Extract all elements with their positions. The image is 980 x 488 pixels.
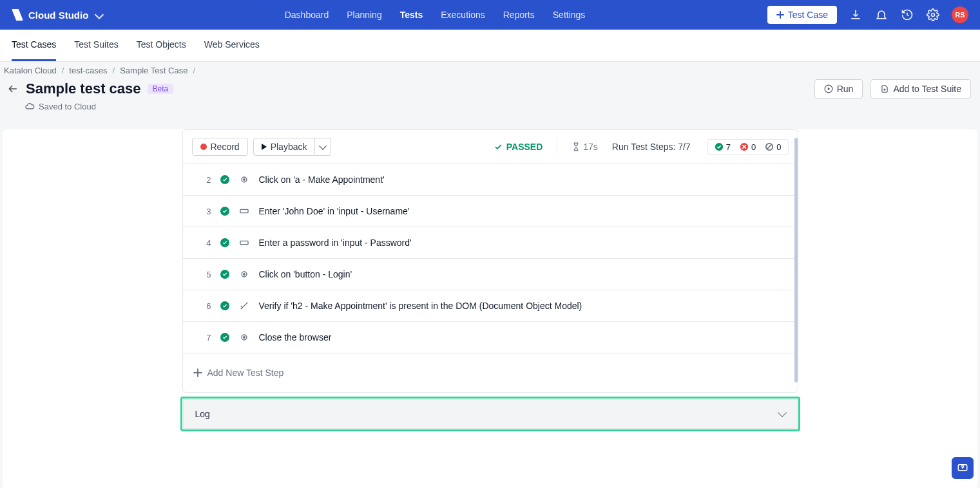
step-description: Click on 'button - Login' [259,269,352,279]
run-steps-count: Run Test Steps: 7/7 [612,142,691,152]
input-icon [238,238,250,248]
skip-count: 0 [765,142,781,152]
step-number: 5 [202,270,211,279]
breadcrumb-segment[interactable]: Katalon Cloud [4,66,57,75]
test-step-row[interactable]: 4Enter a password in 'input - Password' [183,227,798,259]
tab-test-objects[interactable]: Test Objects [137,30,186,61]
verify-icon [238,301,250,311]
playback-dropdown[interactable] [315,138,331,156]
nav-tests[interactable]: Tests [400,10,423,20]
page-title: Sample test case [26,80,141,97]
playback-button[interactable]: Playback [253,138,316,156]
add-test-step-button[interactable]: Add New Test Step [183,353,798,392]
pass-dot-icon [715,142,724,151]
step-status-icon [220,270,229,279]
back-button[interactable] [6,82,19,95]
step-description: Verify if 'h2 - Make Appointment' is pre… [259,301,582,311]
breadcrumb-segment[interactable]: Sample Test Case [120,66,187,75]
nav-planning[interactable]: Planning [347,10,382,20]
new-test-case-button[interactable]: Test Case [767,6,837,24]
product-name: Cloud Studio [28,10,88,21]
step-description: Close the browser [259,332,332,343]
nav-reports[interactable]: Reports [503,10,535,20]
nav-dashboard[interactable]: Dashboard [285,10,329,20]
test-step-list: 2Click on 'a - Make Appointment'3Enter '… [183,164,798,353]
nav-executions[interactable]: Executions [441,10,485,20]
breadcrumb: Katalon Cloud/test-cases/Sample Test Cas… [0,62,980,75]
breadcrumb-separator: / [113,66,115,75]
test-step-row[interactable]: 3Enter 'John Doe' in 'input - Username' [183,196,798,227]
test-step-row[interactable]: 6Verify if 'h2 - Make Appointment' is pr… [183,290,798,322]
record-icon [200,144,207,150]
product-logo-icon [12,9,23,21]
play-icon [262,144,267,150]
step-number: 6 [202,301,211,311]
log-label: Log [195,409,210,419]
download-icon[interactable] [849,8,863,22]
chat-help-icon [957,462,968,474]
scrollbar-thumb[interactable] [794,138,798,382]
step-number: 4 [202,238,211,248]
nav-settings[interactable]: Settings [553,10,586,20]
step-status-icon [220,301,229,310]
breadcrumb-segment[interactable]: test-cases [69,66,107,75]
pass-count: 7 [715,142,731,152]
click-icon [238,174,250,185]
plus-icon [193,368,202,377]
svg-point-10 [243,274,245,276]
step-description: Enter a password in 'input - Password' [259,238,412,248]
step-status-icon [220,175,229,184]
step-number: 7 [202,333,211,343]
run-status: PASSED [494,142,543,152]
settings-icon[interactable] [926,8,940,22]
chevron-down-icon [320,142,327,149]
svg-point-12 [243,337,245,339]
add-to-suite-button[interactable]: Add to Test Suite [870,79,971,99]
skip-dot-icon [765,142,774,151]
help-fab[interactable] [952,457,974,479]
check-icon [494,142,503,151]
notifications-icon[interactable] [874,8,889,22]
tab-test-suites[interactable]: Test Suites [74,30,118,61]
record-button[interactable]: Record [192,138,248,156]
step-description: Click on 'a - Make Appointment' [259,174,385,185]
step-status-icon [220,207,229,216]
test-step-row[interactable]: 7Close the browser [183,322,798,353]
svg-point-6 [243,179,245,181]
svg-point-0 [932,14,935,17]
product-switcher[interactable]: Cloud Studio [12,9,102,21]
log-panel-toggle[interactable]: Log [183,399,798,429]
run-button[interactable]: Run [814,79,863,99]
chevron-down-icon [777,408,786,417]
tab-web-services[interactable]: Web Services [204,30,260,61]
save-status: Saved to Cloud [0,101,980,120]
new-test-case-label: Test Case [788,10,828,20]
tab-test-cases[interactable]: Test Cases [12,30,56,61]
svg-rect-8 [240,241,248,244]
scrollbar[interactable] [794,130,798,321]
test-step-row[interactable]: 2Click on 'a - Make Appointment' [183,164,798,196]
fail-count: 0 [740,142,756,152]
step-status-icon [220,333,229,342]
file-add-icon [880,84,889,93]
step-number: 3 [202,207,211,216]
fail-dot-icon [740,142,749,151]
hourglass-icon [572,142,581,151]
svg-rect-7 [240,209,248,212]
beta-badge: Beta [148,84,174,94]
user-avatar[interactable]: RS [952,6,968,23]
chevron-down-icon [95,10,104,19]
input-icon [238,206,250,216]
click-icon [238,269,250,279]
test-step-row[interactable]: 5Click on 'button - Login' [183,259,798,290]
run-duration: 17s [572,142,598,152]
secondary-nav: Test CasesTest SuitesTest ObjectsWeb Ser… [0,30,980,62]
result-counts: 7 0 0 [707,139,789,155]
step-number: 2 [202,175,211,185]
breadcrumb-separator: / [62,66,64,75]
step-description: Enter 'John Doe' in 'input - Username' [259,206,410,216]
plus-icon [776,11,784,19]
history-icon[interactable] [900,8,914,22]
breadcrumb-separator: / [193,66,195,75]
step-status-icon [220,238,229,247]
